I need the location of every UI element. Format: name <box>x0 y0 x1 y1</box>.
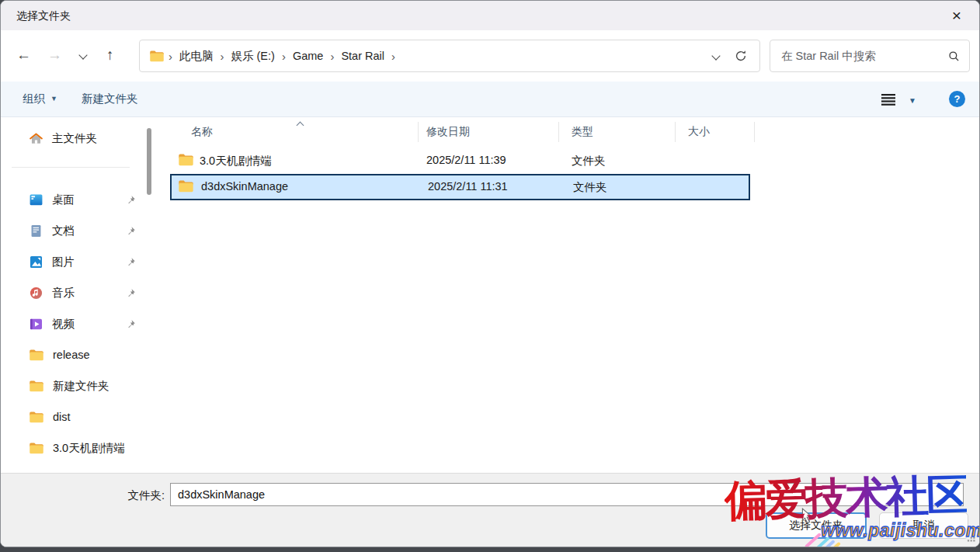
sidebar-item-label: 视频 <box>52 317 75 332</box>
sidebar-item-label: 桌面 <box>52 193 75 207</box>
home-icon <box>29 131 43 146</box>
breadcrumb-chevron-icon: › <box>217 50 228 63</box>
file-row-story-client[interactable]: 3.0天机剧情端 2025/2/11 11:39 文件夹 <box>170 148 750 174</box>
view-list-icon[interactable] <box>881 94 895 106</box>
select-folder-dialog: 选择文件夹 × ← → ↑ › 此电脑 › 娱乐 (E:) › Game › S… <box>0 0 980 547</box>
back-icon[interactable]: ← <box>16 47 31 64</box>
sidebar-item-pictures[interactable]: 图片 <box>29 249 136 274</box>
address-bar[interactable]: › 此电脑 › 娱乐 (E:) › Game › Star Rail › <box>139 40 760 72</box>
file-name: 3.0天机剧情端 <box>200 154 272 168</box>
dropdown-arrow-icon: ▼ <box>50 95 57 102</box>
pin-icon <box>126 288 136 298</box>
column-header-date-modified[interactable]: 修改日期 <box>426 120 470 142</box>
file-type: 文件夹 <box>572 154 606 168</box>
view-dropdown-icon[interactable]: ▼ <box>909 96 916 105</box>
forward-icon: → <box>47 47 62 64</box>
folder-icon <box>29 349 44 362</box>
sidebar-item-home[interactable]: 主文件夹 <box>29 126 136 151</box>
breadcrumb-chevron-icon: › <box>278 50 290 63</box>
sidebar-item-label: 主文件夹 <box>52 131 97 146</box>
column-divider[interactable] <box>418 122 419 142</box>
breadcrumb-this-pc[interactable]: 此电脑 <box>176 49 217 64</box>
recent-locations-chevron-icon[interactable] <box>78 50 87 59</box>
close-icon[interactable]: × <box>945 5 968 26</box>
refresh-icon[interactable] <box>735 50 747 62</box>
cancel-button[interactable]: 取消 <box>879 512 968 539</box>
file-date: 2025/2/11 11:31 <box>428 180 508 193</box>
folder-icon <box>29 411 44 424</box>
file-type: 文件夹 <box>573 180 607 195</box>
videos-icon <box>29 317 43 332</box>
main-area: 主文件夹 桌面 文档 图片 音乐 <box>1 117 980 473</box>
folder-icon <box>178 153 194 167</box>
up-icon[interactable]: ↑ <box>106 47 114 64</box>
sidebar-scrollbar[interactable] <box>147 128 151 195</box>
pin-icon <box>126 195 136 205</box>
breadcrumb-drive-e[interactable]: 娱乐 (E:) <box>228 49 278 64</box>
column-divider[interactable] <box>675 122 676 142</box>
screen-backdrop: 选择文件夹 × ← → ↑ › 此电脑 › 娱乐 (E:) › Game › S… <box>0 0 980 552</box>
title-bar[interactable]: 选择文件夹 × <box>1 1 979 30</box>
sidebar-divider <box>12 167 130 168</box>
breadcrumb-game[interactable]: Game <box>290 50 327 62</box>
sidebar-item-release[interactable]: release <box>29 342 136 367</box>
resize-grip[interactable] <box>966 533 976 543</box>
sidebar-item-label: 新建文件夹 <box>53 379 109 394</box>
sidebar-item-dist[interactable]: dist <box>29 404 136 429</box>
sidebar-item-label: 文档 <box>52 224 75 238</box>
sidebar-item-label: 音乐 <box>52 286 75 300</box>
file-list: 名称 修改日期 类型 大小 3.0天机剧情端 2025/2/11 11:39 文… <box>164 117 980 473</box>
sidebar-item-label: release <box>53 349 90 361</box>
sidebar-item-label: dist <box>53 411 71 423</box>
column-header-name[interactable]: 名称 <box>191 120 213 142</box>
folder-icon <box>29 442 44 455</box>
file-date: 2025/2/11 11:39 <box>426 154 506 166</box>
sidebar-item-label: 图片 <box>52 255 75 269</box>
pictures-icon <box>29 255 43 269</box>
sidebar-item-videos[interactable]: 视频 <box>29 311 136 336</box>
documents-icon <box>29 224 43 238</box>
folder-icon <box>178 179 194 193</box>
folder-name-input[interactable] <box>170 483 964 506</box>
column-header-size[interactable]: 大小 <box>688 120 710 142</box>
help-icon[interactable]: ? <box>949 91 965 107</box>
search-icon[interactable] <box>948 50 960 62</box>
sidebar-item-desktop[interactable]: 桌面 <box>29 187 136 212</box>
music-icon <box>29 286 43 300</box>
breadcrumb-chevron-icon: › <box>326 50 338 63</box>
desktop-icon <box>29 193 43 207</box>
file-row-d3dxskinmanage-selected[interactable]: d3dxSkinManage 2025/2/11 11:31 文件夹 <box>170 174 750 200</box>
sidebar-item-music[interactable]: 音乐 <box>29 280 136 305</box>
pin-icon <box>126 257 136 267</box>
search-input[interactable] <box>780 49 948 63</box>
search-box <box>770 40 970 72</box>
window-title: 选择文件夹 <box>16 9 71 23</box>
pin-icon <box>126 319 136 329</box>
folder-name-label: 文件夹: <box>1 488 165 503</box>
sidebar-item-story-client[interactable]: 3.0天机剧情端 <box>29 436 136 460</box>
breadcrumb-chevron-icon: › <box>165 50 176 63</box>
breadcrumb-star-rail[interactable]: Star Rail <box>338 50 387 62</box>
column-header-type[interactable]: 类型 <box>572 120 593 142</box>
folder-icon <box>29 380 44 393</box>
file-name: d3dxSkinManage <box>201 180 288 193</box>
column-divider[interactable] <box>558 122 559 142</box>
command-toolbar: 组织▼ 新建文件夹 ▼ ? <box>1 82 979 117</box>
select-folder-button[interactable]: 选择文件夹 <box>766 512 867 539</box>
column-divider[interactable] <box>754 122 755 142</box>
sidebar-item-documents[interactable]: 文档 <box>29 218 136 243</box>
pin-icon <box>126 226 136 236</box>
organize-label: 组织 <box>23 92 45 105</box>
breadcrumb-chevron-icon: › <box>387 50 399 63</box>
sidebar-item-new-folder[interactable]: 新建文件夹 <box>29 373 136 398</box>
folder-icon <box>149 50 165 63</box>
address-dropdown-chevron-icon[interactable] <box>711 51 720 60</box>
navigation-bar: ← → ↑ › 此电脑 › 娱乐 (E:) › Game › Star Rail… <box>1 30 979 82</box>
new-folder-button[interactable]: 新建文件夹 <box>82 92 138 106</box>
dialog-footer: 文件夹: 选择文件夹 取消 <box>1 473 980 547</box>
sidebar-item-label: 3.0天机剧情端 <box>53 441 125 456</box>
organize-menu-button[interactable]: 组织▼ <box>23 92 57 106</box>
sort-ascending-icon <box>297 122 304 130</box>
